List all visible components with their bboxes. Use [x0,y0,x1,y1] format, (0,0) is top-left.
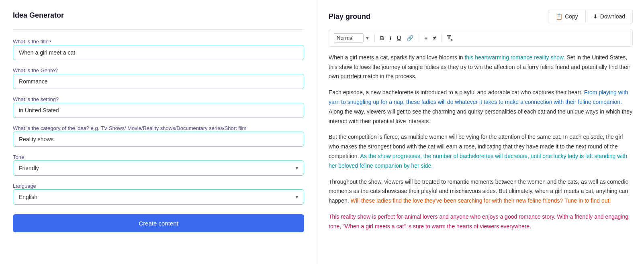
toolbar-divider-1 [374,34,375,42]
copy-icon: 📋 [556,13,562,20]
right-panel: Play ground 📋 Copy ⬇ Download Normal Hea… [317,0,644,264]
ordered-list-button[interactable]: ≡ [422,34,429,43]
para2-text-prefix: Each episode, a new bachelorette is intr… [329,89,584,95]
link-button[interactable]: 🔗 [405,34,415,43]
download-icon: ⬇ [593,13,598,20]
para1-text-prefix: When a girl meets a cat, sparks fly and … [329,54,464,61]
clear-format-button[interactable]: Tx [445,33,455,43]
underline-button[interactable]: U [395,34,403,43]
left-panel-title: Idea Generator [13,11,304,20]
language-select[interactable]: English Spanish French German Portuguese [13,189,304,205]
genre-label: What is the Genre? [13,67,58,73]
unordered-list-button[interactable]: ≠ [431,34,438,43]
title-label: What is the title? [13,39,51,45]
para1-text-underline: purrrfect [341,73,362,79]
title-input[interactable] [13,45,304,60]
editor-toolbar: Normal Heading 1 Heading 2 Heading 3 ▼ B… [329,30,633,47]
para2-text-suffix: Along the way, viewers will get to see t… [329,108,632,124]
para1-text-suffix: match in the process. [362,73,417,79]
paragraph-2: Each episode, a new bachelorette is intr… [329,88,633,126]
setting-input[interactable] [13,103,304,118]
para5-text-pink: This reality show is perfect for animal … [329,213,628,229]
toolbar-divider-2 [419,34,419,42]
header-actions: 📋 Copy ⬇ Download [548,10,633,23]
bold-button[interactable]: B [378,34,386,43]
tone-select-wrapper: Friendly Professional Casual Formal Humo… [13,160,304,176]
tone-label: Tone [13,154,24,160]
copy-button[interactable]: 📋 Copy [548,10,586,23]
paragraph-1: When a girl meets a cat, sparks fly and … [329,53,633,81]
paragraph-3: But the competition is fierce, as multip… [329,132,633,171]
para1-text-teal: this heartwarming romance reality show. [464,54,565,61]
category-label: What is the category of the idea? e.g. T… [13,125,246,131]
language-label: Language [13,183,36,189]
right-header: Play ground 📋 Copy ⬇ Download [329,10,633,23]
toolbar-style-chevron: ▼ [365,36,370,41]
italic-button[interactable]: I [388,34,393,43]
download-label: Download [600,13,625,20]
paragraph-4: Throughout the show, viewers will be tre… [329,177,633,206]
genre-input[interactable] [13,74,304,89]
left-panel: Idea Generator What is the title? What i… [0,0,317,264]
language-select-wrapper: English Spanish French German Portuguese… [13,189,304,205]
tone-select[interactable]: Friendly Professional Casual Formal Humo… [13,160,304,176]
copy-label: Copy [565,13,578,20]
para3-text-teal: As the show progresses, the number of ba… [329,153,627,169]
category-input[interactable] [13,132,304,147]
playground-title: Play ground [329,12,370,21]
toolbar-divider-3 [442,34,442,42]
paragraph-5: This reality show is perfect for animal … [329,212,633,232]
content-area: When a girl meets a cat, sparks fly and … [329,53,633,232]
text-style-select[interactable]: Normal Heading 1 Heading 2 Heading 3 [334,33,364,43]
setting-label: What is the setting? [13,96,59,102]
create-content-button[interactable]: Create content [13,214,304,232]
para4-text-orange: Will these ladies find the love they've … [351,197,611,204]
download-button[interactable]: ⬇ Download [586,10,633,23]
left-divider [13,29,304,30]
